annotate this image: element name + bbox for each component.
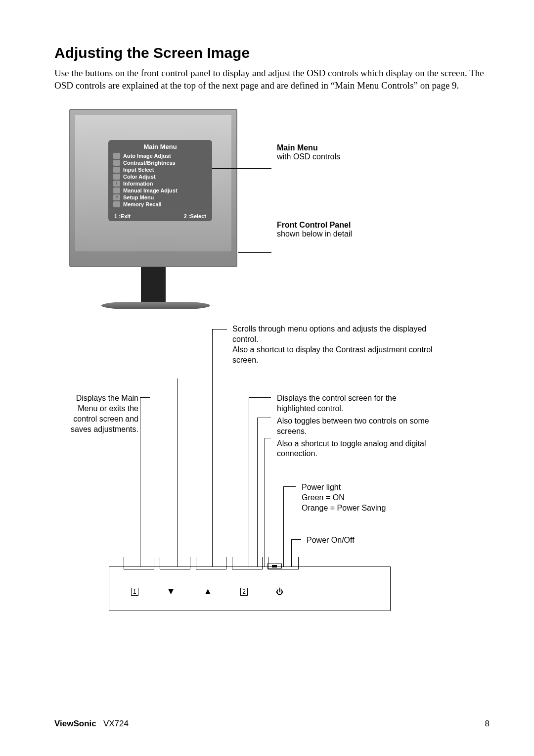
callout-text-line: Power light [302,482,425,493]
osd-icon [113,201,120,207]
osd-icon [113,174,120,180]
osd-footer-exit: 1 :Exit [114,213,131,219]
main-menu-sub: with OSD controls [277,152,352,161]
osd-item-label: Color Adjust [123,174,156,180]
osd-icon [113,188,120,193]
monitor-base [101,302,210,309]
up-arrow-icon: ▲ [204,586,213,597]
page-title: Adjusting the Screen Image [54,45,490,61]
callout-up-arrow: Scrolls through menu options and adjusts… [232,324,440,365]
callout-text-line: Green = ON [302,493,425,503]
front-panel-heading: Front Control Panel [277,221,352,230]
power-icon: ⏻ [276,587,283,596]
panel-button-labels: 1 ▼ ▲ 2 ⏻ [131,586,314,597]
callout-power-button: Power On/Off [307,535,405,546]
callout-power-light: Power light Green = ON Orange = Power Sa… [302,482,425,513]
page-footer: ViewSonic VX724 8 [54,719,490,729]
callout-text-line: Displays the control screen for the high… [277,393,435,414]
osd-item-label: Auto Image Adjust [123,153,171,159]
button-2-icon: 2 [240,588,248,596]
osd-title: Main Menu [108,143,212,150]
callout-text-line: Scrolls through menu options and adjusts… [232,324,440,345]
callouts-region: Scrolls through menu options and adjusts… [54,324,490,621]
osd-icon [113,167,120,173]
callout-text-line: Power On/Off [307,536,355,544]
osd-item-label: Input Select [123,167,154,173]
button-1-icon: 1 [131,588,138,596]
callout-text-line: Displays the Main Menu or exits the cont… [71,394,138,433]
osd-icon: ? [113,194,120,200]
intro-paragraph: Use the buttons on the front control pan… [54,67,485,92]
front-panel-sub: shown below in detail [277,230,352,238]
main-menu-heading: Main Menu [277,143,352,152]
callout-button-2: Displays the control screen for the high… [277,393,435,459]
callout-text-line: Also a shortcut to display the Contrast … [232,345,440,366]
callout-button-1: Displays the Main Menu or exits the cont… [54,393,138,434]
osd-item-label: Manual Image Adjust [123,188,178,193]
osd-menu: Main Menu Auto Image Adjust Contrast/Bri… [108,140,212,221]
osd-footer-select: 2 :Select [184,213,206,219]
osd-icon [113,153,120,159]
down-arrow-icon: ▼ [167,586,176,597]
osd-item-label: Contrast/Brightness [123,160,176,166]
callout-text-line: Also a shortcut to toggle analog and dig… [277,439,435,460]
osd-icon: i [113,181,120,187]
osd-icon [113,160,120,166]
osd-item-label: Setup Menu [123,194,154,200]
monitor-illustration: Main Menu Auto Image Adjust Contrast/Bri… [54,106,490,319]
osd-item-label: Memory Recall [123,201,162,207]
osd-item-label: Information [123,181,153,187]
footer-model: VX724 [103,719,129,728]
footer-brand: ViewSonic [54,719,96,728]
monitor-stand [141,267,166,302]
callout-text-line: Orange = Power Saving [302,503,425,514]
callout-text-line: Also toggles between two controls on som… [277,416,435,437]
page-number: 8 [485,719,490,729]
